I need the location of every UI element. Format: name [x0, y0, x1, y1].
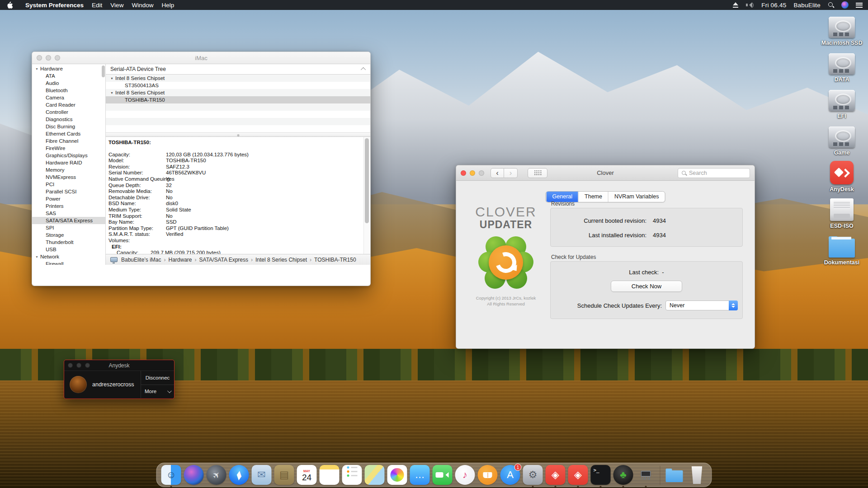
- check-now-button[interactable]: Check Now: [611, 281, 682, 292]
- sidebar-item[interactable]: PCI: [32, 181, 105, 188]
- tab[interactable]: NVRam Variables: [608, 192, 665, 202]
- menu-item[interactable]: Help: [157, 0, 178, 10]
- menu-item[interactable]: View: [106, 0, 127, 10]
- sidebar-item[interactable]: FireWire: [32, 145, 105, 152]
- breadcrumb-item[interactable]: Hardware: [164, 257, 192, 263]
- sidebar-scrollbar[interactable]: [102, 66, 105, 77]
- sidebar-item[interactable]: SATA/SATA Express: [32, 217, 105, 224]
- dock-item-system-preferences[interactable]: ⚙: [523, 465, 543, 488]
- breadcrumb-item[interactable]: Intel 8 Series Chipset: [251, 257, 307, 263]
- device-tree-row[interactable]: [106, 103, 370, 111]
- dock-item-terminal[interactable]: >_: [590, 465, 611, 488]
- anydesk-titlebar[interactable]: Anydesk: [64, 360, 174, 371]
- device-tree-row[interactable]: Intel 8 Series Chipset: [106, 75, 370, 82]
- sidebar-item[interactable]: Storage: [32, 231, 105, 239]
- apple-menu[interactable]: [6, 1, 13, 9]
- menu-item[interactable]: Edit: [88, 0, 106, 10]
- system-info-titlebar[interactable]: iMac: [32, 52, 370, 64]
- dock-item-reminders[interactable]: [342, 465, 363, 488]
- disconnect-button[interactable]: Disconnec: [141, 371, 174, 385]
- breadcrumb-item[interactable]: BabuElite’s iMac: [121, 257, 161, 263]
- dock-item-anydesk-2[interactable]: ◈: [568, 465, 589, 488]
- device-tree-row[interactable]: [106, 111, 370, 118]
- dock-item-finder[interactable]: ☺: [161, 465, 182, 488]
- sidebar-item[interactable]: Bluetooth: [32, 87, 105, 94]
- dock-item-trash[interactable]: [687, 465, 708, 488]
- sidebar-item[interactable]: Diagnostics: [32, 116, 105, 123]
- sidebar-item[interactable]: Camera: [32, 94, 105, 101]
- sidebar-item[interactable]: Power: [32, 195, 105, 202]
- tab[interactable]: Theme: [578, 192, 608, 202]
- dock-item-mail[interactable]: ✉: [251, 465, 272, 488]
- dock-item-ibooks[interactable]: [477, 465, 498, 488]
- desktop-icon-efi[interactable]: EFI: [816, 84, 868, 119]
- dock-item-itunes[interactable]: ♪: [455, 465, 476, 488]
- dock-item-dokumentasi-folder[interactable]: [664, 465, 685, 488]
- breadcrumb-item[interactable]: TOSHIBA-TR150: [310, 257, 356, 263]
- menu-item[interactable]: Window: [127, 0, 157, 10]
- detail-scrollbar-thumb[interactable]: [365, 138, 369, 223]
- dock-item-messages[interactable]: …: [410, 465, 430, 488]
- dock-item-contacts[interactable]: ▤: [274, 465, 295, 488]
- sidebar-item[interactable]: Network: [32, 253, 105, 260]
- sidebar-item[interactable]: ATA: [32, 72, 105, 80]
- dock-item-launchpad[interactable]: ✈: [206, 465, 227, 488]
- spotlight-search-icon[interactable]: [828, 2, 834, 8]
- device-tree-row[interactable]: ST3500413AS: [106, 82, 370, 89]
- dock-item-maps[interactable]: [364, 465, 385, 488]
- pane-splitter[interactable]: [106, 132, 370, 137]
- desktop-icon-game[interactable]: Game: [816, 121, 868, 156]
- dock-item-chip-tool[interactable]: [636, 465, 656, 488]
- notification-center-icon[interactable]: [856, 3, 863, 8]
- device-tree-row[interactable]: TOSHIBA-TR150: [106, 96, 370, 103]
- breadcrumb-item[interactable]: SATA/SATA Express: [195, 257, 248, 263]
- dock-item-siri[interactable]: [184, 465, 204, 488]
- sidebar-item[interactable]: Controller: [32, 108, 105, 116]
- sidebar-item[interactable]: Fibre Channel: [32, 137, 105, 145]
- dock-item-dock-separator[interactable]: [658, 465, 662, 488]
- sidebar-item[interactable]: Parallel SCSI: [32, 188, 105, 195]
- dock-item-safari[interactable]: ◆: [229, 465, 250, 488]
- dock-item-appstore[interactable]: A 1: [500, 465, 521, 488]
- sidebar-item[interactable]: Audio: [32, 80, 105, 87]
- collapse-chevron-icon[interactable]: [361, 67, 366, 72]
- sidebar-item[interactable]: Firewall: [32, 260, 105, 265]
- detail-scrollbar-track[interactable]: [363, 137, 370, 254]
- sidebar-item[interactable]: USB: [32, 246, 105, 253]
- dock-item-photos[interactable]: [387, 465, 408, 488]
- sidebar-item[interactable]: SAS: [32, 210, 105, 217]
- sidebar-item[interactable]: Memory: [32, 166, 105, 174]
- desktop-icon-macintosh-ssd[interactable]: Macintosh SSD: [816, 11, 868, 46]
- sidebar-item[interactable]: SPI: [32, 224, 105, 231]
- device-tree-row[interactable]: [106, 118, 370, 125]
- dock-item-anydesk[interactable]: ◈: [545, 465, 566, 488]
- sidebar-item[interactable]: Printers: [32, 202, 105, 210]
- desktop-icon-anydesk[interactable]: AnyDesk: [816, 157, 868, 192]
- sidebar-item[interactable]: Hardware: [32, 65, 105, 72]
- desktop-icon-dokumentasi[interactable]: Dokumentasi: [816, 230, 868, 266]
- menu-clock[interactable]: Fri 06.45: [761, 2, 786, 9]
- dock-item-calendar[interactable]: MAY 24: [297, 465, 317, 488]
- menu-user[interactable]: BabuElite: [793, 2, 821, 9]
- dock-item-facetime[interactable]: [432, 465, 453, 488]
- device-tree-row[interactable]: Intel 8 Series Chipset: [106, 89, 370, 96]
- device-tree-row[interactable]: [106, 125, 370, 132]
- sidebar-item[interactable]: Graphics/Displays: [32, 152, 105, 159]
- dock-item-clover-configurator[interactable]: ♣: [613, 465, 634, 488]
- sidebar-item[interactable]: Ethernet Cards: [32, 130, 105, 137]
- sidebar-item[interactable]: Card Reader: [32, 101, 105, 108]
- sidebar-item[interactable]: Disc Burning: [32, 123, 105, 130]
- desktop-icon-esd-iso[interactable]: ESD-ISO: [816, 194, 868, 229]
- sidebar-item[interactable]: Thunderbolt: [32, 239, 105, 246]
- dock-item-notes[interactable]: [319, 465, 340, 488]
- siri-icon[interactable]: [841, 1, 849, 9]
- volume-icon[interactable]: [746, 2, 754, 8]
- menu-item[interactable]: System Preferences: [21, 0, 88, 10]
- sidebar-item[interactable]: Hardware RAID: [32, 159, 105, 166]
- eject-icon[interactable]: [732, 2, 739, 8]
- clover-titlebar[interactable]: ‹ › Clover Search: [456, 165, 755, 181]
- more-button[interactable]: More: [141, 385, 174, 399]
- sidebar-item[interactable]: NVMExpress: [32, 174, 105, 181]
- desktop-icon-data[interactable]: DATA: [816, 47, 868, 83]
- schedule-dropdown[interactable]: Never: [665, 300, 738, 310]
